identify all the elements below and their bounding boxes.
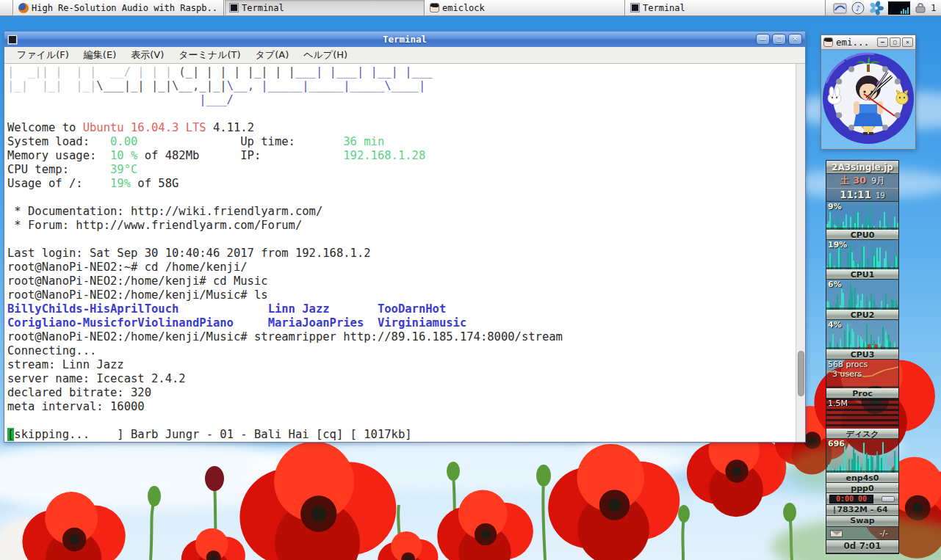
taskbar-stub-button[interactable] bbox=[0, 0, 13, 15]
emiclock-minimize-button[interactable]: — bbox=[877, 37, 888, 47]
gkrellm-net-button[interactable]: enp4s0 bbox=[826, 473, 898, 483]
emiclock-close-button[interactable]: ✕ bbox=[902, 37, 913, 47]
gkrellm-mail[interactable]: -/- bbox=[826, 527, 898, 540]
terminal-line: * Documentation: http://wiki.friendlyarm… bbox=[7, 205, 795, 219]
terminal-icon bbox=[630, 3, 640, 12]
emiclock-window-icon bbox=[823, 37, 833, 47]
menu-item-2[interactable]: 表示(V) bbox=[124, 47, 170, 63]
terminal-line: |___/ bbox=[7, 93, 795, 107]
gkrellm-hostname[interactable]: 2A3single.jp bbox=[826, 161, 898, 174]
taskbar: High Re-Solution Audio with Raspb...Term… bbox=[0, 0, 941, 16]
terminal-line: server name: Icecast 2.4.2 bbox=[7, 372, 795, 386]
terminal-line: stream: Linn Jazz bbox=[7, 358, 795, 372]
taskbar-task-high-re-solution-aud-0[interactable]: High Re-Solution Audio with Raspb... bbox=[13, 0, 224, 15]
terminal-scrollbar[interactable] bbox=[796, 64, 805, 442]
svg-text:♪: ♪ bbox=[856, 4, 861, 13]
gkrellm-cpu3[interactable]: 4%CPU3 bbox=[826, 320, 898, 360]
terminal-scrollbar-thumb[interactable] bbox=[798, 351, 804, 396]
terminal-titlebar[interactable]: Terminal — ▢ ✕ bbox=[4, 32, 805, 47]
terminal-line: | _|| | | | __/ | | | (_| | | | |_| | |_… bbox=[7, 65, 795, 79]
gkrellm-cpu3-button[interactable]: CPU3 bbox=[826, 349, 898, 360]
keyring-tray-icon[interactable] bbox=[915, 2, 926, 13]
terminal-line bbox=[7, 191, 795, 205]
gkrellm-timer-button[interactable] bbox=[881, 496, 895, 502]
cat-marker bbox=[896, 90, 908, 104]
emiclock-icon bbox=[430, 3, 439, 12]
taskbar-task-terminal-3[interactable]: Terminal bbox=[625, 0, 826, 15]
terminal-line: CPU temp: 39°C bbox=[7, 163, 795, 177]
gkrellm-cpu2-value: 6% bbox=[828, 280, 842, 289]
terminal-line: Connecting... bbox=[7, 344, 795, 358]
emiclock-maximize-button[interactable]: ▢ bbox=[890, 37, 901, 47]
close-button[interactable]: ✕ bbox=[788, 34, 802, 45]
terminal-body[interactable]: | _|| | | | __/ | | | (_| | | | |_| | |_… bbox=[4, 64, 805, 442]
pinwheel-tray-icon[interactable] bbox=[869, 1, 884, 15]
firefox-icon bbox=[18, 3, 29, 13]
gkrellm-disk[interactable]: 1.5M ディスク bbox=[826, 399, 898, 439]
gkrellm-panel: 2A3single.jp 土 30 9月 11:11 19 9%CPU019%C… bbox=[826, 160, 899, 554]
gkrellm-clock[interactable]: 土 30 9月 11:11 19 bbox=[826, 174, 898, 202]
terminal-line: [skipping... ] Barb Jungr - 01 - Bali Ha… bbox=[7, 428, 795, 442]
mail-app-tray-icon[interactable] bbox=[833, 2, 847, 14]
menu-item-4[interactable]: タブ(A) bbox=[249, 47, 296, 63]
terminal-line: root@NanoPi-NEO2:/home/kenji/Music# stre… bbox=[7, 330, 795, 344]
gkrellm-cpu0[interactable]: 9%CPU0 bbox=[826, 202, 898, 240]
task-label: High Re-Solution Audio with Raspb... bbox=[32, 3, 219, 13]
mail-envelope-icon bbox=[830, 530, 843, 537]
minimize-button[interactable]: — bbox=[756, 34, 770, 45]
terminal-line: |_| |_| |_|\___|_| |_|\__,_|_|\__, |____… bbox=[7, 79, 795, 93]
emiclock-titlebar[interactable]: emi... — ▢ ✕ bbox=[821, 35, 915, 50]
gkrellm-mail-count: -/- bbox=[879, 528, 888, 538]
gkrellm-cpu2[interactable]: 6%CPU2 bbox=[826, 280, 898, 320]
system-monitor-tray-graph[interactable] bbox=[888, 1, 910, 15]
terminal-line: BillyChilds-HisAprilTouch Linn Jazz TooD… bbox=[7, 302, 795, 316]
taskbar-tasks: High Re-Solution Audio with Raspb...Term… bbox=[13, 0, 826, 15]
gkrellm-memory-meter[interactable]: 7832M - 64 bbox=[826, 505, 898, 516]
terminal-line: Memory usage: 10 % of 482Mb IP: 192.168.… bbox=[7, 149, 795, 163]
gkrellm-cpu2-button[interactable]: CPU2 bbox=[826, 310, 898, 320]
gkrellm-ppp0-button[interactable]: ppp0 bbox=[826, 483, 898, 493]
terminal-line: * Forum: http://www.friendlyarm.com/Foru… bbox=[7, 219, 795, 233]
emiclock-face[interactable] bbox=[821, 50, 915, 149]
menu-item-1[interactable]: 編集(E) bbox=[77, 47, 123, 63]
terminal-line: root@NanoPi-NEO2:/home/kenji/Music# ls bbox=[7, 288, 795, 302]
gkrellm-proc-button[interactable]: Proc bbox=[826, 388, 898, 399]
gkrellm-proc[interactable]: 568 procs 3 users Proc bbox=[826, 360, 898, 399]
terminal-icon bbox=[229, 3, 239, 12]
gkrellm-timer-display: 0:00 00 bbox=[829, 495, 873, 503]
terminal-cursor: [ bbox=[7, 428, 14, 441]
menu-item-3[interactable]: ターミナル(T) bbox=[172, 47, 247, 63]
gkrellm-cpu1-value: 19% bbox=[828, 240, 847, 250]
gkrellm-users-count: 3 users bbox=[832, 369, 862, 379]
menu-item-0[interactable]: ファイル(F) bbox=[10, 47, 76, 63]
task-label: Terminal bbox=[242, 3, 284, 13]
maximize-button[interactable]: ▢ bbox=[772, 34, 786, 45]
gkrellm-cpu1-button[interactable]: CPU1 bbox=[826, 269, 898, 280]
gkrellm-swap-meter[interactable]: Swap bbox=[826, 516, 898, 527]
emiclock-window-title: emi... bbox=[836, 37, 869, 48]
terminal-line: Usage of /: 19% of 58G bbox=[7, 177, 795, 191]
gkrellm-timer[interactable]: 0:00 00 bbox=[826, 493, 898, 505]
emiclock-window: emi... — ▢ ✕ bbox=[821, 34, 916, 150]
taskbar-task-emiclock-2[interactable]: emiclock bbox=[425, 0, 625, 15]
gkrellm-procs-count: 568 procs bbox=[828, 360, 868, 369]
workspace-indicator[interactable]: 1 bbox=[931, 3, 937, 13]
terminal-line: Welcome to Ubuntu 16.04.3 LTS 4.11.2 bbox=[7, 121, 795, 135]
task-label: emiclock bbox=[442, 3, 485, 13]
terminal-output: | _|| | | | __/ | | | (_| | | | |_| | |_… bbox=[7, 65, 795, 442]
gkrellm-cpu1[interactable]: 19%CPU1 bbox=[826, 240, 898, 280]
gkrellm-net-value: 696 bbox=[828, 439, 845, 448]
gkrellm-seconds: 19 bbox=[876, 192, 885, 200]
gkrellm-disk-button[interactable]: ディスク bbox=[826, 429, 898, 439]
terminal-window-title: Terminal bbox=[4, 34, 805, 45]
music-player-tray-icon[interactable]: ♪ bbox=[851, 1, 865, 15]
terminal-line: meta interval: 16000 bbox=[7, 400, 795, 414]
gkrellm-uptime: 0d 7:01 bbox=[826, 540, 898, 553]
gkrellm-cpu0-button[interactable]: CPU0 bbox=[826, 230, 898, 240]
gkrellm-net[interactable]: 696enp4s0 bbox=[826, 439, 898, 483]
taskbar-tray: ♪ 1 bbox=[829, 0, 941, 15]
terminal-window: Terminal — ▢ ✕ ファイル(F)編集(E)表示(V)ターミナル(T)… bbox=[4, 31, 806, 443]
terminal-menubar: ファイル(F)編集(E)表示(V)ターミナル(T)タブ(A)ヘルプ(H) bbox=[4, 47, 805, 64]
menu-item-5[interactable]: ヘルプ(H) bbox=[297, 47, 354, 63]
taskbar-task-terminal-1[interactable]: Terminal bbox=[224, 0, 425, 15]
